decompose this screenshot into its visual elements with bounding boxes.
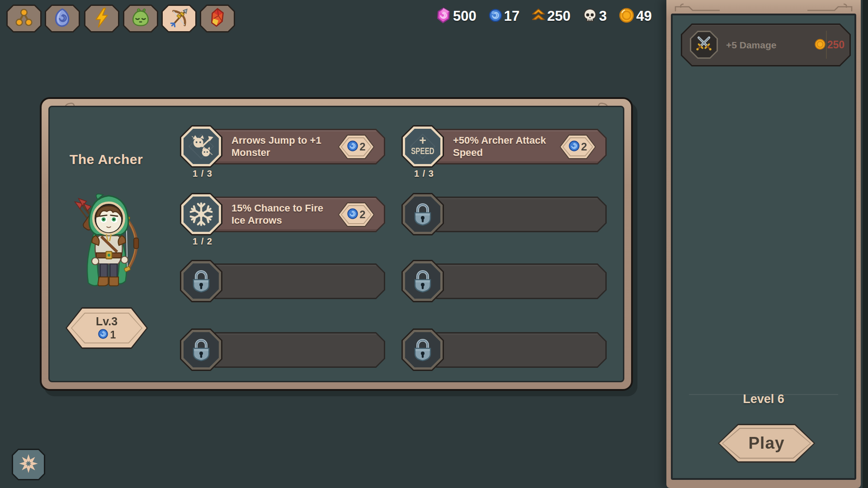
frame-ornament — [675, 2, 742, 12]
lock-icon — [401, 193, 444, 235]
gold-coin-icon — [814, 38, 826, 52]
upgrade-progress: 1 / 2 — [193, 236, 212, 247]
upgrade-slot-locked — [180, 328, 388, 387]
upgrade-slot-locked — [180, 260, 388, 319]
orb-count: 17 — [504, 8, 519, 24]
upgrade-slot-locked — [401, 328, 609, 387]
upgrade-title: Arrows Jump to +1 Monster — [231, 135, 345, 159]
shop-item-cost-value: 250 — [827, 39, 844, 51]
blue-orb-icon — [98, 328, 108, 341]
gold-coin-icon — [618, 7, 635, 25]
nav-archer-button[interactable] — [161, 5, 197, 33]
skill-tree-icon — [14, 7, 34, 30]
lock-icon — [180, 328, 222, 371]
skull-icon — [582, 8, 598, 25]
currency-pink-gems: 500 — [435, 7, 476, 25]
lock-icon — [180, 260, 222, 302]
shop-item-damage[interactable]: +5 Damage 250 — [681, 23, 851, 66]
frame-ornament — [785, 2, 853, 12]
lock-icon — [401, 260, 444, 302]
nav-lightning-button[interactable] — [84, 5, 119, 33]
pink-gem-count: 500 — [453, 8, 476, 24]
blue-orb-icon — [568, 140, 580, 154]
hero-name: The Archer — [54, 152, 158, 167]
upgrade-slot-jump-arrows[interactable]: Arrows Jump to +1 Monster 2 1 / 3 — [180, 125, 388, 184]
upgrade-point-count: 250 — [547, 8, 571, 24]
currency-orbs: 17 — [488, 8, 519, 24]
play-button[interactable]: Play — [718, 424, 815, 463]
blue-orb-icon — [347, 140, 359, 154]
nav-slime-button[interactable] — [123, 5, 158, 33]
pink-gem-icon — [435, 7, 452, 25]
hero-portrait — [67, 190, 151, 298]
hero-level-badge: Lv.3 1 — [66, 307, 148, 349]
upgrade-slot-locked — [401, 193, 609, 252]
coin-count: 49 — [636, 8, 651, 24]
lock-icon — [401, 328, 444, 371]
upgrade-cost: 2 — [359, 208, 365, 221]
gem-icon — [207, 7, 228, 30]
rune-icon — [52, 7, 73, 30]
nav-rune-button[interactable] — [45, 5, 80, 33]
chevron-up-icon — [531, 8, 546, 24]
hero-skill-points: 1 — [110, 329, 116, 341]
side-panel-frame: +5 Damage 250 — [666, 0, 861, 488]
star-icon — [18, 453, 39, 476]
pre-battle-panel: +5 Damage 250 — [666, 0, 861, 488]
nav-gem-button[interactable] — [200, 5, 235, 33]
bow-icon — [169, 7, 189, 30]
currency-upgrade-points: 250 — [531, 8, 571, 24]
upgrade-cost: 2 — [581, 141, 587, 153]
hero-level-label: Lv.3 — [96, 315, 118, 328]
side-panel-interior: +5 Damage 250 — [671, 14, 856, 480]
shop-item-label: +5 Damage — [726, 23, 776, 66]
upgrade-cost: 2 — [359, 141, 365, 153]
scrollbar-gutter[interactable] — [863, 0, 868, 488]
skull-count: 3 — [599, 8, 607, 24]
currency-bar: 500 17 250 3 49 — [435, 6, 652, 27]
archer-character-art — [67, 190, 151, 298]
shop-item-cost: 250 — [814, 23, 844, 66]
play-button-label: Play — [748, 434, 784, 453]
upgrade-title: 15% Chance to Fire — [231, 202, 345, 214]
upgrade-slot-locked — [401, 260, 609, 319]
lightning-icon — [91, 7, 112, 30]
upgrade-slot-attack-speed[interactable]: +50% Archer Attack Speed 2 +SPEED 1 / 3 — [401, 125, 609, 184]
game-screen: 500 17 250 3 49 — [0, 0, 868, 488]
star-menu-button[interactable] — [12, 449, 45, 480]
upgrade-progress: 1 / 3 — [193, 169, 212, 179]
upgrade-title: +50% Archer Attack Speed — [453, 135, 567, 159]
nav-skill-tree-button[interactable] — [6, 5, 42, 33]
slime-icon — [130, 7, 151, 30]
blue-orb-icon — [488, 8, 503, 24]
attack-speed-icon: +SPEED — [401, 125, 444, 168]
jump-arrows-icon — [180, 125, 222, 168]
snowflake-icon — [180, 193, 222, 235]
next-level-label: Level 6 — [668, 392, 859, 406]
blue-orb-icon — [347, 208, 359, 221]
upgrade-progress: 1 / 3 — [414, 169, 434, 179]
crossed-swords-icon — [690, 31, 718, 59]
upgrade-slot-ice-arrows[interactable]: 15% Chance to FireIce Arrows 2 1 / 2 — [180, 193, 388, 252]
currency-skulls: 3 — [582, 8, 607, 25]
currency-coins: 49 — [618, 7, 651, 25]
